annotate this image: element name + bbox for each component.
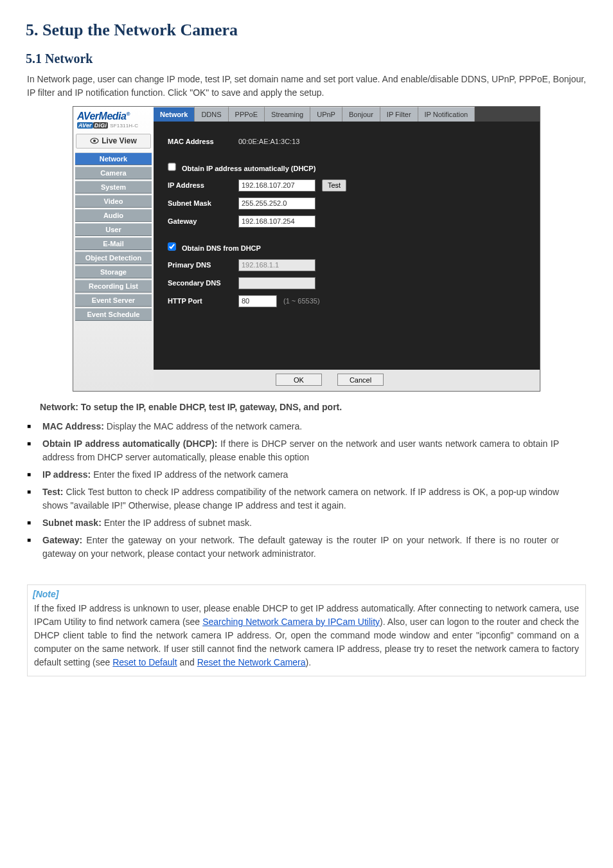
subnet-label: Subnet Mask xyxy=(168,199,238,207)
sidebar-item-event-server[interactable]: Event Server xyxy=(75,294,152,307)
bullet-icon: ■ xyxy=(27,485,36,512)
gateway-label: Gateway xyxy=(168,217,238,225)
subsection-title: 5.1 Network xyxy=(0,42,613,70)
primary-dns-label: Primary DNS xyxy=(168,261,238,269)
sidebar-item-system[interactable]: System xyxy=(75,181,152,194)
tab-streaming[interactable]: Streaming xyxy=(265,107,310,122)
brand-logo: AVerMedia® AVerDiGiSF1311H-C xyxy=(73,107,154,130)
footer-buttons: OK Cancel xyxy=(154,370,540,391)
sidebar-item-camera[interactable]: Camera xyxy=(75,167,152,179)
bullet-dhcp: Obtain IP address automatically (DHCP): … xyxy=(42,437,586,464)
live-view-button[interactable]: Live View xyxy=(76,134,151,149)
tab-ip-filter[interactable]: IP Filter xyxy=(380,107,418,122)
gateway-input[interactable] xyxy=(238,215,315,228)
sidebar-item-user[interactable]: User xyxy=(75,223,152,236)
secondary-dns-input xyxy=(238,277,315,289)
mac-value: 00:0E:AE:A1:3C:13 xyxy=(238,138,299,145)
sidebar-item-object-detection[interactable]: Object Detection xyxy=(75,251,152,264)
dhcp-checkbox[interactable] xyxy=(168,163,175,170)
bullet-icon: ■ xyxy=(27,516,36,530)
main-panel: Network DDNS PPPoE Streaming UPnP Bonjou… xyxy=(154,107,540,370)
bullet-list: ■MAC Address: Display the MAC address of… xyxy=(0,414,613,566)
link-reset-default[interactable]: Reset to Default xyxy=(112,657,177,667)
bullet-mac: MAC Address: Display the MAC address of … xyxy=(42,420,586,433)
subnet-input[interactable] xyxy=(238,197,315,210)
bullet-test: Test: Click Test button to check IP addr… xyxy=(42,485,586,512)
intro-paragraph: In Network page, user can change IP mode… xyxy=(0,70,613,102)
tab-bonjour[interactable]: Bonjour xyxy=(342,107,380,122)
sidebar-nav: Network Camera System Video Audio User E… xyxy=(73,151,154,321)
primary-dns-input xyxy=(238,259,315,271)
dhcp-label: Obtain IP address automatically (DHCP) xyxy=(182,165,315,172)
tab-network[interactable]: Network xyxy=(154,107,195,122)
note-heading: [Note] xyxy=(28,585,585,601)
ip-input[interactable] xyxy=(238,179,315,192)
note-box: [Note] If the fixed IP address is unknow… xyxy=(27,584,586,676)
bullet-icon: ■ xyxy=(27,437,36,464)
ok-button[interactable]: OK xyxy=(276,374,322,386)
http-port-input[interactable] xyxy=(238,295,277,307)
link-ipcam-utility[interactable]: Searching Network Camera by IPCam Utilit… xyxy=(202,617,380,627)
cancel-button[interactable]: Cancel xyxy=(337,374,384,386)
mac-label: MAC Address xyxy=(168,138,238,145)
dns-dhcp-checkbox[interactable] xyxy=(168,242,175,250)
tab-ip-notification[interactable]: IP Notification xyxy=(418,107,475,122)
ip-label: IP Address xyxy=(168,181,238,189)
tab-upnp[interactable]: UPnP xyxy=(310,107,342,122)
eye-icon xyxy=(90,137,99,146)
bullet-subnet: Subnet mask: Enter the IP address of sub… xyxy=(42,516,586,530)
bullet-icon: ■ xyxy=(27,420,36,433)
sidebar-item-network[interactable]: Network xyxy=(75,152,152,165)
dns-dhcp-label: Obtain DNS from DHCP xyxy=(182,244,261,252)
bullet-icon: ■ xyxy=(27,468,36,482)
note-body: If the fixed IP address is unknown to us… xyxy=(28,601,585,676)
network-subtitle: Network: To setup the IP, enable DHCP, t… xyxy=(40,402,342,412)
sidebar-item-event-schedule[interactable]: Event Schedule xyxy=(75,308,152,321)
bullet-gateway: Gateway: Enter the gateway on your netwo… xyxy=(42,534,586,561)
bullet-ip: IP address: Enter the fixed IP address o… xyxy=(42,468,586,482)
port-range-hint: (1 ~ 65535) xyxy=(283,297,320,305)
svg-point-1 xyxy=(93,140,96,142)
bullet-icon: ■ xyxy=(27,534,36,561)
section-title: 5. Setup the Network Camera xyxy=(0,0,613,42)
tab-bar: Network DDNS PPPoE Streaming UPnP Bonjou… xyxy=(154,107,540,122)
network-settings-screenshot: AVerMedia® AVerDiGiSF1311H-C Live View N… xyxy=(73,106,540,392)
http-port-label: HTTP Port xyxy=(168,297,238,305)
sidebar-item-video[interactable]: Video xyxy=(75,195,152,208)
sidebar: AVerMedia® AVerDiGiSF1311H-C Live View N… xyxy=(73,107,154,391)
sidebar-item-recording-list[interactable]: Recording List xyxy=(75,280,152,293)
test-button[interactable]: Test xyxy=(322,179,346,192)
link-reset-camera[interactable]: Reset the Network Camera xyxy=(197,657,306,667)
sidebar-item-storage[interactable]: Storage xyxy=(75,266,152,278)
sidebar-item-email[interactable]: E-Mail xyxy=(75,237,152,250)
sidebar-item-audio[interactable]: Audio xyxy=(75,209,152,222)
secondary-dns-label: Secondary DNS xyxy=(168,279,238,287)
tab-ddns[interactable]: DDNS xyxy=(195,107,228,122)
tab-pppoe[interactable]: PPPoE xyxy=(229,107,265,122)
